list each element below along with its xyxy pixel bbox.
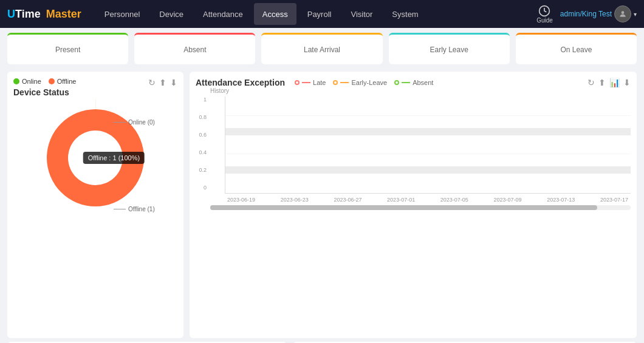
attendance-exception-panel: Attendance Exception Late Early-Leave: [190, 72, 637, 338]
attendance-panel-actions: ↻ ⬆ 📊 ⬇: [587, 78, 631, 87]
svg-point-1: [622, 11, 625, 14]
donut-chart: Offline : 1 (100%) Online (0) Offline (1…: [35, 97, 156, 219]
att-upload-button[interactable]: ⬆: [598, 78, 606, 87]
chart-area: 1 0.8 0.6 0.4 0.2 0 2023-06-19 2023-06-2…: [196, 97, 631, 203]
offline-label-text: Offline: [57, 78, 77, 85]
upload-button[interactable]: ⬆: [159, 78, 166, 87]
device-header-row: Online Offline Device Status ↻ ⬆ ⬇: [13, 78, 177, 97]
attendance-title: Attendance Exception: [196, 78, 285, 87]
offline-chart-label: Offline (1): [114, 206, 155, 212]
status-card-present: Present: [7, 33, 128, 64]
offline-line: [114, 209, 126, 209]
device-legend: Online Offline Device Status: [13, 78, 76, 97]
status-label-on-leave: On Leave: [523, 46, 629, 54]
late-label: Late: [313, 79, 326, 86]
history-label: History: [210, 87, 631, 94]
att-refresh-button[interactable]: ↻: [587, 78, 595, 87]
status-label-present: Present: [15, 46, 121, 54]
nav-access[interactable]: Access: [254, 3, 296, 25]
device-panel-actions: ↻ ⬆ ⬇: [148, 78, 177, 87]
chart-scrollbar[interactable]: [210, 205, 631, 210]
late-dot: [295, 80, 300, 85]
svg-point-3: [68, 131, 123, 185]
grid-2: [225, 128, 631, 135]
early-leave-label: Early-Leave: [351, 79, 387, 86]
late-line: [302, 82, 310, 83]
chevron-down-icon: ▾: [634, 11, 637, 18]
attendance-title-section: Attendance Exception Late Early-Leave: [196, 78, 433, 87]
absent-label: Absent: [413, 79, 433, 86]
nav-personnel[interactable]: Personnel: [96, 3, 149, 25]
device-status-title: Device Status: [13, 87, 76, 97]
guide-button[interactable]: Guide: [536, 5, 553, 24]
refresh-button[interactable]: ↻: [148, 78, 156, 87]
y-axis: 1 0.8 0.6 0.4 0.2 0: [196, 97, 208, 191]
status-card-early: Early Leave: [389, 33, 510, 64]
user-info[interactable]: admin/King Test ▾: [560, 5, 637, 22]
nav-payroll[interactable]: Payroll: [299, 3, 340, 25]
main-content: Online Offline Device Status ↻ ⬆ ⬇: [0, 68, 644, 342]
status-label-early: Early Leave: [396, 46, 502, 54]
nav-device[interactable]: Device: [151, 3, 192, 25]
device-status-panel: Online Offline Device Status ↻ ⬆ ⬇: [7, 72, 183, 338]
status-card-absent: Absent: [134, 33, 255, 64]
legend-absent: Absent: [394, 79, 433, 86]
user-avatar: [614, 5, 631, 22]
status-card-late: Late Arrival: [261, 33, 382, 64]
device-legend-items: Online Offline: [13, 78, 76, 85]
nav-items: Personnel Device Attendance Access Payro…: [96, 3, 536, 25]
logo-time: Time: [15, 8, 41, 21]
legend-online: Online: [13, 78, 41, 85]
download-button[interactable]: ⬇: [170, 78, 177, 87]
nav-right: Guide admin/King Test ▾: [536, 5, 637, 24]
absent-dot: [394, 80, 399, 85]
user-name: admin/King Test: [560, 10, 612, 18]
offline-dot: [49, 78, 55, 84]
early-leave-dot: [333, 80, 338, 85]
guide-label: Guide: [536, 17, 553, 24]
nav-visitor[interactable]: Visitor: [342, 3, 381, 25]
x-axis: 2023-06-19 2023-06-23 2023-06-27 2023-07…: [225, 197, 631, 203]
logo: U Time Master: [7, 8, 81, 21]
absent-line: [402, 82, 410, 83]
logo-space: [41, 8, 44, 21]
legend-offline: Offline: [49, 78, 77, 85]
logo-u: U: [7, 8, 15, 21]
donut-svg: [35, 97, 156, 219]
online-label-text: Online: [22, 78, 41, 85]
att-chart-button[interactable]: 📊: [609, 78, 620, 87]
grid-1: [225, 115, 631, 116]
online-dot: [13, 78, 19, 84]
status-card-on-leave: On Leave: [516, 33, 637, 64]
online-chart-label: Online (0): [114, 119, 155, 126]
att-download-button[interactable]: ⬇: [623, 78, 631, 87]
chart-plot: [225, 97, 631, 194]
early-leave-line: [340, 82, 349, 83]
online-line: [114, 122, 126, 123]
attendance-legend: Late Early-Leave Absent: [295, 79, 433, 86]
navbar: U Time Master Personnel Device Attendanc…: [0, 0, 644, 28]
legend-early-leave: Early-Leave: [333, 79, 387, 86]
nav-attendance[interactable]: Attendance: [194, 3, 252, 25]
legend-late: Late: [295, 79, 326, 86]
attendance-header-row: Attendance Exception Late Early-Leave: [196, 78, 631, 87]
nav-system[interactable]: System: [383, 3, 426, 25]
status-label-late: Late Arrival: [269, 46, 375, 54]
status-label-absent: Absent: [142, 46, 248, 54]
status-row: Present Absent Late Arrival Early Leave …: [0, 28, 644, 68]
grid-3: [225, 154, 631, 154]
scrollbar-thumb[interactable]: [210, 205, 597, 210]
grid-4: [225, 166, 631, 174]
logo-master: Master: [46, 8, 81, 21]
